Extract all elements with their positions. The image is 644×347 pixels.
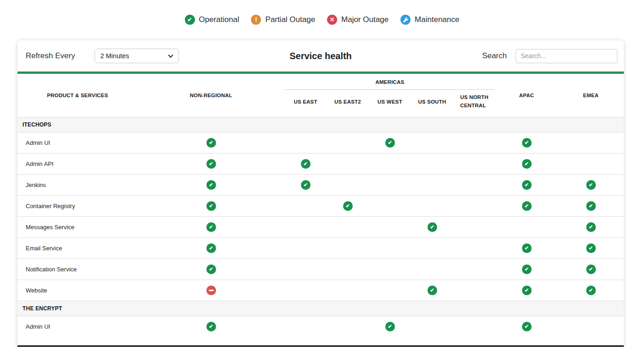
service-row: Admin API bbox=[17, 153, 624, 174]
major-outage-cross-icon bbox=[327, 15, 337, 25]
status-cell-apac bbox=[495, 153, 558, 174]
column-header-us-south: US SOUTH bbox=[411, 90, 453, 117]
status-cell-us-north-central bbox=[453, 316, 495, 337]
bottom-cutoff-strip bbox=[17, 345, 624, 347]
operational-check-icon bbox=[586, 201, 596, 211]
operational-check-icon bbox=[522, 138, 532, 148]
status-cell-emea bbox=[558, 174, 624, 195]
operational-check-icon bbox=[206, 201, 216, 211]
operational-check-icon bbox=[206, 180, 216, 190]
column-header-apac: APAC bbox=[495, 74, 558, 117]
operational-check-icon bbox=[206, 322, 216, 331]
service-row: Jenkins bbox=[17, 174, 624, 195]
status-cell-us-west bbox=[369, 153, 411, 174]
status-cell-us-north-central bbox=[453, 216, 495, 237]
status-cell-us-west bbox=[369, 174, 411, 195]
operational-check-icon bbox=[586, 243, 596, 253]
legend-item-major-outage: Major Outage bbox=[327, 15, 389, 25]
status-cell-emea bbox=[558, 153, 624, 174]
status-cell-emea bbox=[558, 280, 624, 301]
operational-check-icon bbox=[522, 159, 532, 169]
operational-check-icon bbox=[301, 180, 311, 190]
status-cell-us-east bbox=[284, 316, 327, 337]
column-header-us-east: US EAST bbox=[284, 90, 327, 117]
status-cell-us-east2 bbox=[327, 237, 369, 259]
card-header: Refresh Every 2 Minutes Service health S… bbox=[17, 40, 624, 72]
column-group-americas: AMERICAS bbox=[284, 74, 495, 90]
operational-check-icon bbox=[522, 201, 532, 211]
status-cell-us-south bbox=[411, 216, 453, 237]
status-cell-us-west bbox=[369, 195, 411, 216]
service-row: Email Service bbox=[17, 237, 624, 259]
status-cell-apac bbox=[495, 237, 558, 259]
status-cell-non-regional bbox=[138, 237, 284, 259]
legend-item-operational: Operational bbox=[185, 15, 239, 25]
operational-check-icon bbox=[385, 138, 395, 148]
legend-label: Maintenance bbox=[415, 15, 459, 24]
service-status-table: PRODUCT & SERVICES NON-REGIONAL AMERICAS… bbox=[17, 74, 624, 337]
status-cell-us-south bbox=[411, 174, 453, 195]
status-cell-us-east2 bbox=[327, 153, 369, 174]
status-cell-non-regional bbox=[138, 316, 284, 337]
partial-outage-exclamation-icon bbox=[251, 15, 261, 25]
status-cell-us-west bbox=[369, 259, 411, 280]
legend-label: Operational bbox=[199, 15, 239, 24]
status-cell-us-north-central bbox=[453, 280, 495, 301]
service-row: Website bbox=[17, 280, 624, 301]
status-cell-us-south bbox=[411, 259, 453, 280]
operational-check-icon bbox=[206, 222, 216, 232]
status-cell-non-regional bbox=[138, 174, 284, 195]
service-name: Email Service bbox=[17, 237, 138, 259]
service-name: Admin API bbox=[17, 153, 138, 174]
operational-check-icon bbox=[522, 286, 532, 295]
service-row: Messages Service bbox=[17, 216, 624, 237]
status-cell-us-south bbox=[411, 132, 453, 153]
operational-check-icon bbox=[206, 264, 216, 274]
status-cell-non-regional bbox=[138, 259, 284, 280]
operational-check-icon bbox=[522, 322, 532, 331]
status-cell-emea bbox=[558, 316, 624, 337]
legend-label: Major Outage bbox=[341, 15, 389, 24]
outage-minus-icon bbox=[206, 286, 216, 295]
search-label: Search bbox=[482, 51, 507, 61]
us-north-central-label: US NORTHCENTRAL bbox=[460, 94, 489, 110]
status-cell-us-south bbox=[411, 237, 453, 259]
status-cell-us-east2 bbox=[327, 316, 369, 337]
maintenance-wrench-icon bbox=[400, 15, 411, 25]
status-cell-emea bbox=[558, 132, 624, 153]
service-health-card: Refresh Every 2 Minutes Service health S… bbox=[17, 40, 624, 347]
status-cell-apac bbox=[495, 216, 558, 237]
operational-check-icon bbox=[586, 180, 596, 190]
operational-check-icon bbox=[301, 159, 311, 169]
status-cell-us-west bbox=[369, 132, 411, 153]
search-input[interactable] bbox=[516, 49, 617, 63]
service-name: Admin UI bbox=[17, 132, 138, 153]
status-cell-us-north-central bbox=[453, 132, 495, 153]
status-cell-us-east2 bbox=[327, 216, 369, 237]
status-cell-us-west bbox=[369, 237, 411, 259]
status-cell-us-south bbox=[411, 280, 453, 301]
status-cell-apac bbox=[495, 174, 558, 195]
refresh-interval-select[interactable]: 2 Minutes bbox=[94, 49, 179, 63]
operational-check-icon bbox=[522, 180, 532, 190]
status-cell-us-south bbox=[411, 153, 453, 174]
refresh-control: Refresh Every 2 Minutes bbox=[24, 49, 226, 63]
status-cell-us-east bbox=[284, 259, 327, 280]
service-name: Notification Service bbox=[17, 259, 138, 280]
operational-check-icon bbox=[522, 243, 532, 253]
status-cell-us-east bbox=[284, 237, 327, 259]
status-cell-us-south bbox=[411, 195, 453, 216]
status-cell-us-east2 bbox=[327, 174, 369, 195]
service-row: Admin UI bbox=[17, 132, 624, 153]
table-header: PRODUCT & SERVICES NON-REGIONAL AMERICAS… bbox=[17, 74, 624, 117]
column-header-us-east2: US EAST2 bbox=[327, 90, 369, 117]
operational-check-icon bbox=[206, 138, 216, 148]
operational-check-icon bbox=[206, 159, 216, 169]
service-row: Admin UI bbox=[17, 316, 624, 337]
status-table-body: ITECHOPSAdmin UIAdmin APIJenkinsContaine… bbox=[17, 117, 624, 337]
operational-check-icon bbox=[206, 243, 216, 253]
status-cell-us-east2 bbox=[327, 259, 369, 280]
status-cell-us-east bbox=[284, 280, 327, 301]
status-cell-us-west bbox=[369, 216, 411, 237]
service-row: Notification Service bbox=[17, 259, 624, 280]
